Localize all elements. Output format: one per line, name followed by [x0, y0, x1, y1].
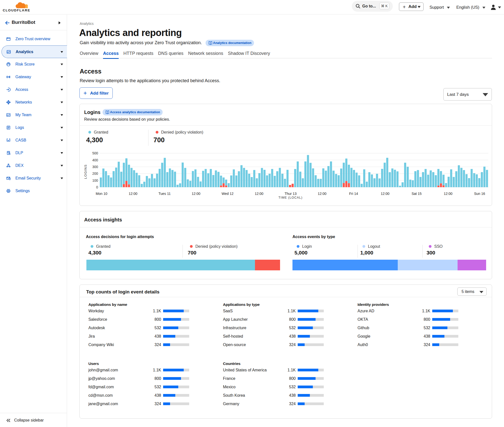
svg-text:LOGINS: LOGINS	[84, 164, 87, 179]
svg-text:Tues 11: Tues 11	[158, 192, 171, 196]
svg-text:500: 500	[92, 151, 98, 155]
svg-text:12:00: 12:00	[255, 192, 263, 196]
svg-text:12:00: 12:00	[129, 192, 137, 196]
svg-text:12:00: 12:00	[192, 192, 200, 196]
svg-text:200: 200	[92, 172, 98, 176]
svg-text:TIME (LOCAL): TIME (LOCAL)	[278, 196, 302, 199]
svg-text:100: 100	[92, 178, 98, 182]
svg-text:Wed 12: Wed 12	[222, 192, 234, 196]
svg-text:12:00: 12:00	[318, 192, 326, 196]
svg-text:Thur 13: Thur 13	[285, 192, 296, 196]
svg-text:12:00: 12:00	[444, 192, 452, 196]
svg-text:Mon 10: Mon 10	[96, 192, 108, 196]
svg-text:400: 400	[92, 158, 98, 162]
svg-text:Sat 15: Sat 15	[412, 192, 422, 196]
svg-text:12:00: 12:00	[381, 192, 389, 196]
svg-text:0: 0	[96, 185, 98, 189]
svg-text:Fri 14: Fri 14	[349, 192, 358, 196]
svg-text:300: 300	[92, 165, 98, 169]
svg-text:Sun 16: Sun 16	[474, 192, 485, 196]
